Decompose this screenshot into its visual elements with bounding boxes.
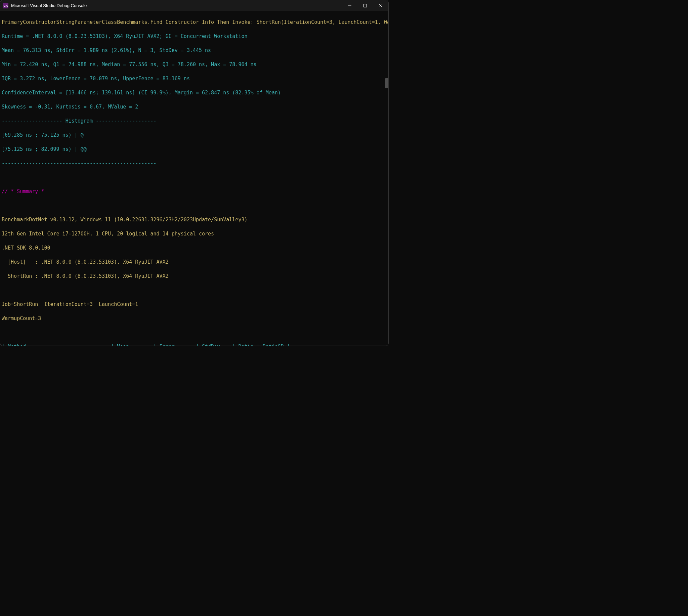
window-title: Microsoft Visual Studio Debug Console [11,3,342,9]
minimize-button[interactable] [342,0,358,11]
scrollbar-thumb[interactable] [385,78,388,88]
minimize-icon [348,4,351,7]
close-button[interactable] [373,0,388,11]
histogram-row: [75.125 ns ; 82.099 ns) | @@ [2,146,387,153]
app-icon: CA [3,3,8,8]
histogram-footer: ----------------------------------------… [2,160,387,167]
console-content[interactable]: PrimaryConstructorStringParameterClassBe… [0,11,388,346]
env-host: [Host] : .NET 8.0.0 (8.0.23.53103), X64 … [2,259,387,266]
skewness-stats: Skewness = -0.31, Kurtosis = 0.67, MValu… [2,104,387,110]
maximize-icon [364,4,367,7]
env-info: BenchmarkDotNet v0.13.12, Windows 11 (10… [2,216,387,223]
table-header: | Method | Mean | Error | StdDev | Ratio… [2,343,387,346]
iqr-stats: IQR = 3.272 ns, LowerFence = 70.079 ns, … [2,75,387,82]
histogram-header: -------------------- Histogram ---------… [2,117,387,125]
blank-line [2,174,387,181]
titlebar[interactable]: CA Microsoft Visual Studio Debug Console [0,0,388,11]
window-controls [342,0,388,11]
summary-title: // * Summary * [2,188,387,195]
job-config: Job=ShortRun IterationCount=3 LaunchCoun… [2,301,387,308]
console-window: CA Microsoft Visual Studio Debug Console… [0,0,389,346]
min-stats: Min = 72.420 ns, Q1 = 74.988 ns, Median … [2,61,387,68]
runtime-info: Runtime = .NET 8.0.0 (8.0.23.53103), X64… [2,33,387,40]
env-cpu: 12th Gen Intel Core i7-12700H, 1 CPU, 20… [2,230,387,238]
env-sdk: .NET SDK 8.0.100 [2,244,387,251]
close-icon [379,4,382,7]
env-shortrun: ShortRun : .NET 8.0.0 (8.0.23.53103), X6… [2,273,387,280]
maximize-button[interactable] [358,0,373,11]
ci-stats: ConfidenceInterval = [13.466 ns; 139.161… [2,89,387,96]
blank-line [2,329,387,336]
benchmark-header: PrimaryConstructorStringParameterClassBe… [2,19,387,26]
histogram-row: [69.285 ns ; 75.125 ns) | @ [2,132,387,139]
job-warmup: WarmupCount=3 [2,315,387,322]
svg-rect-1 [364,4,367,7]
blank-line [2,287,387,294]
mean-stats: Mean = 76.313 ns, StdErr = 1.989 ns (2.6… [2,47,387,54]
blank-line [2,202,387,209]
